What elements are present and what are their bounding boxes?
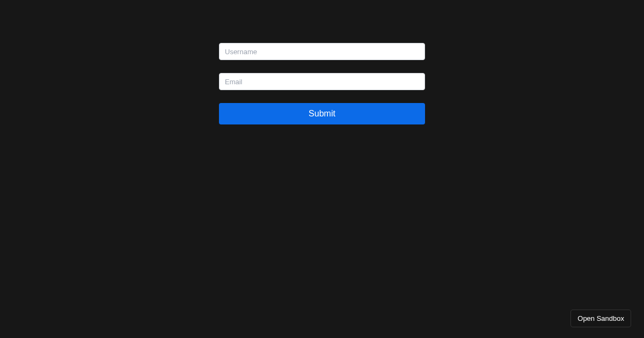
username-input[interactable] xyxy=(219,43,425,60)
form-container: Submit xyxy=(219,0,425,124)
submit-button[interactable]: Submit xyxy=(219,103,425,124)
open-sandbox-button[interactable]: Open Sandbox xyxy=(570,310,631,327)
email-input[interactable] xyxy=(219,73,425,90)
